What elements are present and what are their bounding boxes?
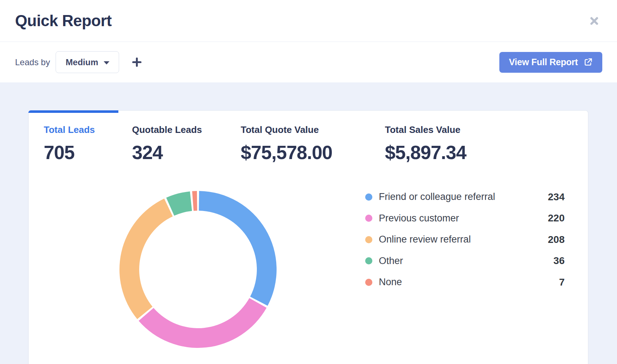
view-full-report-button[interactable]: View Full Report <box>499 52 602 73</box>
tab-value: 705 <box>44 143 118 162</box>
report-content: Total Leads705Quotable Leads324Total Quo… <box>0 82 617 364</box>
modal-header: Quick Report <box>0 0 617 42</box>
tab-value: 324 <box>132 143 227 162</box>
legend-label: Friend or colleague referral <box>379 191 495 202</box>
legend-dot-icon <box>365 257 372 264</box>
tab-quotable-leads[interactable]: Quotable Leads324 <box>118 124 227 162</box>
legend-dot-icon <box>365 193 372 201</box>
donut-segment-friend-or-colleague-referral[interactable] <box>199 191 277 306</box>
dropdown-value: Medium <box>66 57 98 67</box>
legend-item-previous-customer[interactable]: Previous customer220 <box>365 208 565 229</box>
add-metric-button[interactable] <box>129 54 145 70</box>
page-title: Quick Report <box>15 12 112 30</box>
legend-value: 7 <box>559 277 565 288</box>
legend-label: None <box>379 277 402 288</box>
medium-dropdown[interactable]: Medium <box>56 51 119 73</box>
tab-total-sales-value[interactable]: Total Sales Value$5,897.34 <box>371 124 466 162</box>
tab-total-quote-value[interactable]: Total Quote Value$75,578.00 <box>227 124 371 162</box>
view-full-report-label: View Full Report <box>509 57 578 67</box>
legend-dot-icon <box>365 279 372 286</box>
donut-chart <box>119 191 277 348</box>
tab-total-leads[interactable]: Total Leads705 <box>29 124 118 162</box>
donut-segment-online-review-referral[interactable] <box>119 198 173 319</box>
external-link-icon <box>584 58 593 67</box>
legend-item-friend-or-colleague-referral[interactable]: Friend or colleague referral234 <box>365 186 565 208</box>
legend-value: 36 <box>554 255 565 267</box>
report-card: Total Leads705Quotable Leads324Total Quo… <box>28 110 588 364</box>
chart-legend: Friend or colleague referral234Previous … <box>365 186 565 293</box>
close-button[interactable] <box>587 14 601 28</box>
toolbar: Leads by Medium View Full Report <box>0 42 617 82</box>
tab-label: Total Sales Value <box>385 124 466 136</box>
legend-item-online-review-referral[interactable]: Online review referral208 <box>365 229 565 250</box>
active-tab-indicator <box>28 110 118 113</box>
tab-value: $5,897.34 <box>385 143 466 162</box>
quick-report-modal: Quick Report Leads by Medium View Full R… <box>0 0 617 364</box>
tab-label: Total Quote Value <box>241 124 371 136</box>
legend-value: 208 <box>548 234 565 245</box>
tab-value: $75,578.00 <box>241 143 371 162</box>
legend-value: 234 <box>548 191 565 203</box>
donut-segment-previous-customer[interactable] <box>139 298 267 348</box>
legend-dot-icon <box>365 236 372 243</box>
legend-label: Other <box>379 255 403 267</box>
legend-value: 220 <box>548 212 565 224</box>
plus-icon <box>131 56 143 68</box>
close-icon <box>589 15 600 27</box>
legend-item-none[interactable]: None7 <box>365 272 565 293</box>
tab-label: Total Leads <box>44 124 118 136</box>
leads-by-label: Leads by <box>15 57 50 67</box>
chevron-down-icon <box>104 61 109 64</box>
stats-tabs: Total Leads705Quotable Leads324Total Quo… <box>29 111 588 162</box>
legend-dot-icon <box>365 215 372 222</box>
tab-label: Quotable Leads <box>132 124 227 136</box>
legend-label: Online review referral <box>379 234 471 245</box>
legend-label: Previous customer <box>379 213 459 224</box>
donut-segment-none[interactable] <box>192 191 197 211</box>
legend-item-other[interactable]: Other36 <box>365 250 565 272</box>
